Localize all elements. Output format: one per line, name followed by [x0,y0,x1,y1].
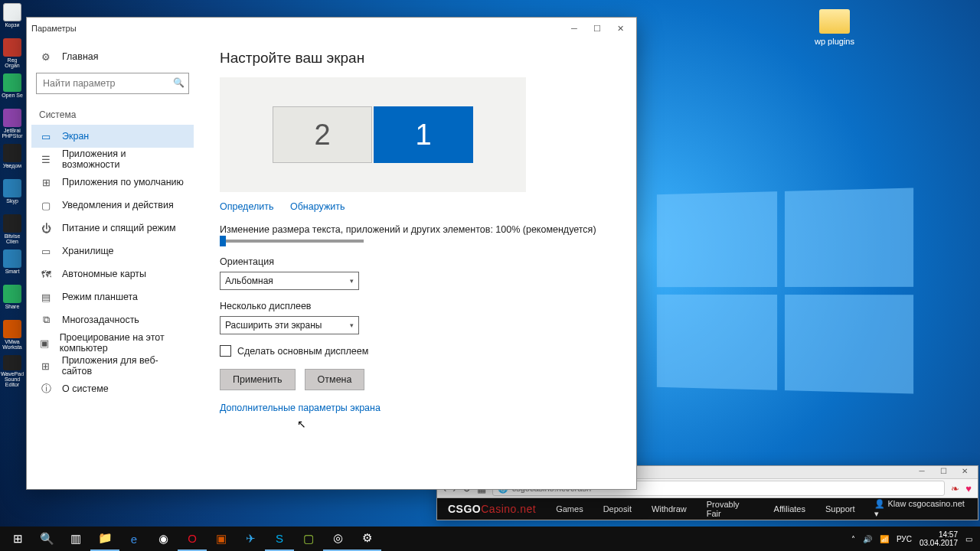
desktop-icon[interactable]: Open Se [0,73,24,106]
sidebar-home-label: Главная [62,51,99,62]
orientation-dropdown[interactable]: Альбомная ▾ [220,272,359,290]
advanced-display-link[interactable]: Дополнительные параметры экрана [220,403,381,413]
browser-maximize-button[interactable]: ☐ [933,467,953,478]
apps-icon: ☰ [39,154,53,165]
taskbar-app-opera[interactable]: O [178,527,207,551]
sidebar-item-projecting[interactable]: ▣Проецирование на этот компьютер [31,331,194,354]
tray-action-center-icon[interactable]: ▭ [965,535,972,543]
sidebar-item-about[interactable]: ⓘО системе [31,377,194,400]
desktop-icon[interactable]: Smart [0,249,24,282]
orientation-value: Альбомная [225,276,273,286]
taskbar-app-explorer[interactable]: 📁 [90,527,119,551]
multi-display-value: Расширить эти экраны [225,320,322,331]
site-nav-link[interactable]: Games [556,504,583,514]
storage-icon: ▭ [39,246,53,257]
tray-network-icon[interactable]: 📶 [880,535,889,543]
desktop-icon[interactable]: Skyp [0,179,24,211]
task-view-button[interactable]: ▥ [61,527,90,551]
site-nav-link[interactable]: Provably Fair [707,500,754,518]
sidebar-home[interactable]: ⚙ Главная [31,45,194,68]
display-arrangement-area[interactable]: 2 1 [220,77,526,192]
sidebar-item-display[interactable]: ▭Экран [31,125,194,148]
taskbar-app-chrome[interactable]: ◉ [149,527,178,551]
settings-main-panel: Настройте ваш экран 2 1 Определить Обнар… [198,39,636,489]
sidebar-item-tablet[interactable]: ▤Режим планшета [31,285,194,308]
tablet-icon: ▤ [39,292,53,303]
sidebar-item-power[interactable]: ⏻Питание и спящий режим [31,217,194,240]
taskbar-app-obs[interactable]: ◎ [323,527,352,551]
cancel-button[interactable]: Отмена [305,369,365,390]
multitasking-icon: ⧉ [39,314,53,326]
browser-bookmark-icon[interactable]: ❧ [951,483,959,494]
display-icon: ▭ [39,131,53,142]
identify-link[interactable]: Определить [220,201,273,212]
browser-minimize-button[interactable]: ─ [912,467,932,478]
search-icon: 🔍 [173,77,185,88]
page-heading: Настройте ваш экран [220,50,615,67]
sidebar-item-maps[interactable]: 🗺Автономные карты [31,262,194,285]
start-button[interactable]: ⊞ [3,527,32,551]
tray-language-indicator[interactable]: РУС [897,535,912,543]
desktop-icon[interactable]: JetBrai PHPStor [0,109,24,141]
desktop-icon[interactable]: Share [0,285,24,317]
wallpaper-windows-logo [657,188,913,394]
desktop-icons-column: Корзи Reg Organ Open Se JetBrai PHPStor … [0,0,26,520]
desktop-icon[interactable]: Уведом [0,144,24,176]
scale-label: Изменение размера текста, приложений и д… [220,224,615,235]
site-nav-link[interactable]: Withdraw [652,504,687,514]
window-close-button[interactable]: ✕ [609,21,632,36]
window-titlebar[interactable]: Параметры ─ ☐ ✕ [27,18,636,39]
taskbar-app-skype[interactable]: S [265,527,294,551]
taskbar-app-edge[interactable]: e [119,527,149,551]
desktop-icon[interactable]: WavePad Sound Editor [0,355,24,387]
taskbar-search-button[interactable]: 🔍 [32,527,61,551]
folder-icon [819,9,850,34]
default-apps-icon: ⊞ [39,177,53,188]
system-tray[interactable]: ˄ 🔊 📶 РУС 14:57 03.04.2017 ▭ [851,530,977,547]
checkbox-box[interactable] [220,345,231,357]
settings-search-input[interactable] [36,73,189,94]
settings-sidebar: ⚙ Главная 🔍 Система ▭Экран ☰Приложения и… [27,39,198,489]
taskbar-app-vmware[interactable]: ▣ [207,527,236,551]
taskbar-app-settings[interactable]: ⚙ [352,527,381,551]
browser-close-button[interactable]: ✕ [955,467,975,478]
window-minimize-button[interactable]: ─ [563,21,586,36]
site-nav-link[interactable]: Affiliates [774,504,805,514]
make-main-label: Сделать основным дисплеем [237,346,368,357]
desktop-icon[interactable]: VMwa Worksta [0,320,24,352]
desktop-icon[interactable]: Bitvise Clien [0,214,24,246]
desktop-icon[interactable]: Reg Organ [0,38,24,70]
sidebar-item-multitasking[interactable]: ⧉Многозадачность [31,308,194,331]
window-maximize-button[interactable]: ☐ [586,21,609,36]
make-main-checkbox-row[interactable]: Сделать основным дисплеем [220,345,615,357]
site-nav-link[interactable]: Deposit [603,504,632,514]
apply-button[interactable]: Применить [220,369,296,390]
tray-chevron-icon[interactable]: ˄ [851,535,855,543]
web-apps-icon: ⊞ [39,360,53,372]
orientation-label: Ориентация [220,256,615,267]
detect-link[interactable]: Обнаружить [290,201,345,212]
tray-clock[interactable]: 14:57 03.04.2017 [920,530,958,547]
sidebar-category-label: Система [31,102,194,125]
taskbar: ⊞ 🔍 ▥ 📁 e ◉ O ▣ ✈ S ▢ ◎ ⚙ ˄ 🔊 📶 РУС 14:5… [0,527,980,551]
monitor-2[interactable]: 2 [273,106,372,163]
sidebar-item-storage[interactable]: ▭Хранилище [31,240,194,262]
tray-volume-icon[interactable]: 🔊 [863,535,872,543]
sidebar-item-apps[interactable]: ☰Приложения и возможности [31,148,194,171]
slider-thumb[interactable] [220,236,226,246]
site-nav-link[interactable]: Support [825,504,855,514]
monitor-1[interactable]: 1 [374,106,473,163]
sidebar-item-web-apps[interactable]: ⊞Приложения для веб-сайтов [31,354,194,377]
scale-slider[interactable] [220,240,364,243]
taskbar-app-telegram[interactable]: ✈ [236,527,265,551]
sidebar-item-default-apps[interactable]: ⊞Приложения по умолчанию [31,171,194,194]
desktop-icon[interactable]: Корзи [0,3,24,35]
settings-window: Параметры ─ ☐ ✕ ⚙ Главная 🔍 Система ▭Экр… [26,17,637,490]
multi-display-dropdown[interactable]: Расширить эти экраны ▾ [220,316,359,334]
site-user-menu[interactable]: 👤 Klaw csgocasino.net ▾ [874,499,967,519]
taskbar-app-notepad[interactable]: ▢ [294,527,323,551]
chevron-down-icon: ▾ [350,277,354,285]
sidebar-item-notifications[interactable]: ▢Уведомления и действия [31,194,194,217]
browser-heart-icon[interactable]: ♥ [965,483,972,494]
desktop-folder-wp-plugins[interactable]: wp plugins [812,9,858,46]
